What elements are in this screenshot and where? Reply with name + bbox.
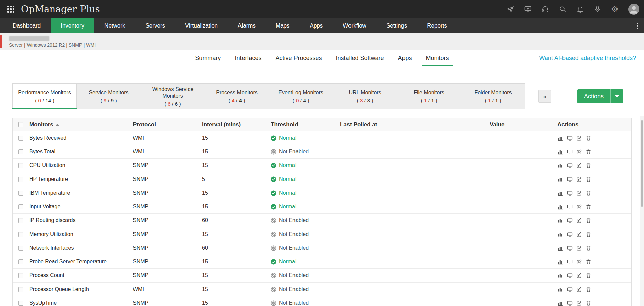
monitor-tab-eventlog-monitors[interactable]: EventLog Monitors ( 0 / 4 ) <box>269 83 333 109</box>
chart-icon[interactable] <box>557 204 563 210</box>
user-avatar[interactable] <box>628 4 639 15</box>
tab-apps[interactable]: Apps <box>391 50 419 66</box>
edit-icon[interactable] <box>576 204 582 210</box>
monitor-tab-process-monitors[interactable]: Process Monitors ( 4 / 4 ) <box>205 83 269 109</box>
edit-icon[interactable] <box>576 163 582 168</box>
row-checkbox[interactable] <box>18 149 23 154</box>
delete-icon[interactable] <box>586 259 591 265</box>
nav-item-apps[interactable]: Apps <box>300 18 333 33</box>
tab-active-processes[interactable]: Active Processes <box>268 50 329 66</box>
delete-icon[interactable] <box>586 204 591 210</box>
edit-icon[interactable] <box>576 218 582 223</box>
monitor-tab-url-monitors[interactable]: URL Monitors ( 3 / 3 ) <box>333 83 397 109</box>
nav-item-network[interactable]: Network <box>94 18 135 33</box>
tab-installed-software[interactable]: Installed Software <box>329 50 391 66</box>
monitor-view-icon[interactable] <box>567 232 573 237</box>
scrollbar-thumb[interactable] <box>641 120 643 207</box>
monitor-view-icon[interactable] <box>567 135 573 141</box>
row-checkbox[interactable] <box>18 259 23 264</box>
row-checkbox[interactable] <box>18 204 23 209</box>
monitor-view-icon[interactable] <box>567 190 573 196</box>
edit-icon[interactable] <box>576 245 582 251</box>
ai-thresholds-link[interactable]: Want AI-based adaptive thresholds? <box>539 50 636 66</box>
edit-icon[interactable] <box>576 259 582 265</box>
chart-icon[interactable] <box>557 232 563 237</box>
delete-icon[interactable] <box>586 287 591 292</box>
monitor-view-icon[interactable] <box>567 176 573 182</box>
gear-icon[interactable]: ⚙ <box>611 5 619 13</box>
paper-plane-icon[interactable] <box>506 5 514 13</box>
edit-icon[interactable] <box>576 135 582 141</box>
tab-monitors[interactable]: Monitors <box>419 50 456 66</box>
delete-icon[interactable] <box>586 135 591 141</box>
select-all-checkbox[interactable] <box>18 122 23 127</box>
monitor-view-icon[interactable] <box>567 218 573 223</box>
screen-share-icon[interactable] <box>524 5 532 13</box>
row-checkbox[interactable] <box>18 246 23 251</box>
more-tabs-button[interactable]: » <box>538 90 551 103</box>
monitor-view-icon[interactable] <box>567 163 573 168</box>
search-icon[interactable] <box>559 5 567 13</box>
sort-asc-icon[interactable] <box>56 124 59 126</box>
monitor-tab-performance-monitors[interactable]: Performance Monitors ( 0 / 14 ) <box>12 83 77 109</box>
monitor-name[interactable]: SysUpTime <box>29 300 133 306</box>
edit-icon[interactable] <box>576 232 582 237</box>
nav-item-servers[interactable]: Servers <box>135 18 175 33</box>
monitor-tab-file-monitors[interactable]: File Monitors ( 1 / 1 ) <box>397 83 461 109</box>
monitor-name[interactable]: IBM Temperature <box>29 190 133 196</box>
nav-item-settings[interactable]: Settings <box>376 18 417 33</box>
monitor-view-icon[interactable] <box>567 149 573 155</box>
nav-item-virtualization[interactable]: Virtualization <box>175 18 228 33</box>
chart-icon[interactable] <box>557 190 563 196</box>
nav-item-reports[interactable]: Reports <box>417 18 457 33</box>
chart-icon[interactable] <box>557 245 563 251</box>
edit-icon[interactable] <box>576 149 582 155</box>
row-checkbox[interactable] <box>18 218 23 223</box>
chart-icon[interactable] <box>557 259 563 265</box>
row-checkbox[interactable] <box>18 163 23 168</box>
row-checkbox[interactable] <box>18 232 23 237</box>
row-checkbox[interactable] <box>18 136 23 141</box>
chart-icon[interactable] <box>557 300 563 306</box>
delete-icon[interactable] <box>586 190 591 196</box>
actions-button[interactable]: Actions <box>577 89 623 103</box>
monitor-name[interactable]: Input Voltage <box>29 204 133 210</box>
chart-icon[interactable] <box>557 273 563 278</box>
chart-icon[interactable] <box>557 176 563 182</box>
monitor-tab-service-monitors[interactable]: Service Monitors ( 9 / 9 ) <box>76 83 141 109</box>
edit-icon[interactable] <box>576 190 582 196</box>
row-checkbox[interactable] <box>18 273 23 278</box>
monitor-name[interactable]: HP Temperature <box>29 176 133 182</box>
monitor-name[interactable]: Memory Utilization <box>29 231 133 237</box>
delete-icon[interactable] <box>586 232 591 237</box>
nav-item-dashboard[interactable]: Dashboard <box>3 18 51 33</box>
apps-grid-icon[interactable] <box>7 6 14 13</box>
row-checkbox[interactable] <box>18 287 23 292</box>
nav-item-maps[interactable]: Maps <box>266 18 300 33</box>
mic-icon[interactable] <box>594 5 601 13</box>
row-checkbox[interactable] <box>18 177 23 182</box>
delete-icon[interactable] <box>586 163 591 168</box>
monitor-view-icon[interactable] <box>567 287 573 292</box>
chart-icon[interactable] <box>557 218 563 223</box>
monitor-view-icon[interactable] <box>567 245 573 251</box>
chart-icon[interactable] <box>557 287 563 292</box>
delete-icon[interactable] <box>586 300 591 306</box>
monitor-tab-folder-monitors[interactable]: Folder Monitors ( 1 / 1 ) <box>461 83 525 109</box>
bell-icon[interactable] <box>576 5 584 13</box>
kebab-menu-icon[interactable] <box>635 21 639 30</box>
chart-icon[interactable] <box>557 135 563 141</box>
chart-icon[interactable] <box>557 149 563 155</box>
delete-icon[interactable] <box>586 273 591 278</box>
delete-icon[interactable] <box>586 218 591 223</box>
edit-icon[interactable] <box>576 287 582 292</box>
monitor-name[interactable]: Bytes Total <box>29 149 133 155</box>
monitor-name[interactable]: Network Interfaces <box>29 245 133 251</box>
tab-summary[interactable]: Summary <box>188 50 228 66</box>
delete-icon[interactable] <box>586 245 591 251</box>
edit-icon[interactable] <box>576 273 582 278</box>
delete-icon[interactable] <box>586 176 591 182</box>
nav-item-inventory[interactable]: Inventory <box>51 18 94 33</box>
delete-icon[interactable] <box>586 149 591 155</box>
row-checkbox[interactable] <box>18 301 23 306</box>
